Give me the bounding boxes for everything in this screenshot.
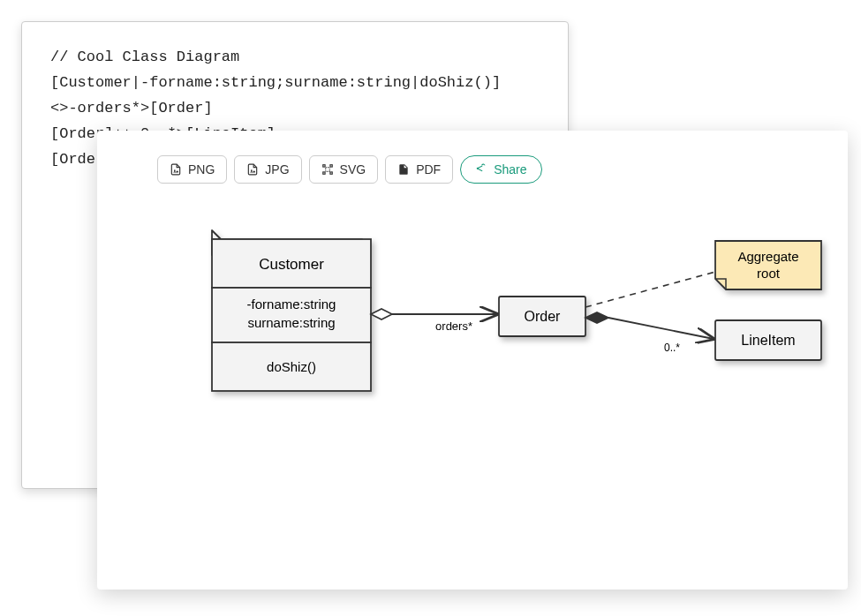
uml-class-diagram: Customer -forname:string surname:string … [97,219,848,590]
class-title: Order [525,309,562,324]
class-lineitem: LineItem [715,320,821,360]
export-svg-button[interactable]: SVG [309,155,379,184]
code-line: // Cool Class Diagram [50,45,540,71]
diagram-preview-panel: PNG JPG SVG PDF Share [97,131,848,590]
export-pdf-button[interactable]: PDF [385,155,453,184]
edge-label: orders* [435,319,472,333]
code-line: [Customer|-forname:string;surname:string… [50,71,540,96]
code-line: <>-orders*>[Order] [50,96,540,122]
note-aggregate-root: Aggregate root [715,241,821,289]
svg-marker-7 [484,164,486,166]
class-customer: Customer -forname:string surname:string … [212,230,371,391]
vector-icon [321,163,334,176]
share-icon [475,163,487,176]
button-label: SVG [340,162,366,177]
file-icon [397,163,410,176]
svg-rect-2 [322,165,324,167]
svg-line-15 [608,318,714,339]
class-order: Order [499,297,585,336]
export-jpg-button[interactable]: JPG [234,155,301,184]
svg-rect-6 [325,168,329,172]
edge-order-note [585,272,715,307]
svg-rect-4 [322,172,324,174]
class-method: doShiz() [267,359,316,374]
class-title: Customer [259,256,324,273]
button-label: Share [494,162,526,177]
export-toolbar: PNG JPG SVG PDF Share [97,131,848,184]
edge-multiplicity: 0..* [664,342,680,354]
button-label: PNG [188,162,215,177]
class-attribute: surname:string [247,315,335,330]
share-button[interactable]: Share [460,155,541,184]
file-icon [170,163,182,176]
class-title: LineItem [741,333,795,348]
svg-rect-3 [329,165,331,167]
button-label: JPG [265,162,289,177]
svg-point-8 [477,168,479,169]
svg-line-16 [585,272,715,307]
export-png-button[interactable]: PNG [157,155,227,184]
file-icon [246,163,259,176]
edge-customer-order: orders* [371,309,497,333]
svg-rect-5 [329,172,331,174]
note-text: Aggregate [737,249,798,264]
note-text: root [757,266,781,281]
button-label: PDF [416,162,441,177]
edge-order-lineitem: 0..* [585,312,714,354]
class-attribute: -forname:string [247,297,336,312]
